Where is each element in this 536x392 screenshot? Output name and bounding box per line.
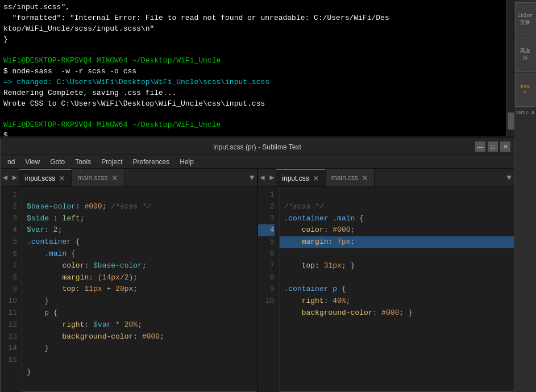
right-pane: ◄ ► input.css ✕ main.css ✕ ▼ 123 4 bbox=[258, 169, 514, 392]
minimize-button[interactable]: — bbox=[475, 141, 485, 152]
right-tab-main-css[interactable]: main.css ✕ bbox=[326, 169, 375, 186]
taskbar-year: 2017.a bbox=[516, 110, 534, 116]
right-tab-nav-right[interactable]: ► bbox=[267, 169, 276, 186]
terminal-output-3: Wrote CSS to C:\Users\WiFi\Desktop\WiFi_… bbox=[3, 99, 511, 110]
terminal-line-1: ss/input.scss", bbox=[3, 2, 511, 13]
terminal-line-5 bbox=[3, 45, 511, 56]
right-tab-nav-left[interactable]: ◄ bbox=[258, 169, 267, 186]
taskbar-strip: Color交换 高血压 Foxr 2017.a bbox=[514, 0, 536, 392]
left-code-area: 12345 678910 1112131415 $base-color: #00… bbox=[1, 187, 257, 392]
taskbar-item-bp[interactable]: 高血压 bbox=[515, 37, 535, 72]
terminal-line-3: ktop/WiFi_Uncle/scss/input.scss\n" bbox=[3, 24, 511, 35]
left-tab-main-scss[interactable]: main.scss ✕ bbox=[72, 169, 124, 186]
sublime-editor: input.scss (pr) - Sublime Text — □ ✕ nd … bbox=[0, 139, 514, 392]
left-code-content[interactable]: $base-color: #000; /*scss */ $side : lef… bbox=[22, 187, 257, 392]
terminal-cmd-1: $ node-sass -w -r scss -o css bbox=[3, 66, 511, 77]
menu-nd[interactable]: nd bbox=[3, 157, 19, 167]
sublime-title: input.scss (pr) - Sublime Text bbox=[5, 143, 509, 151]
left-tab-nav-left[interactable]: ◄ bbox=[1, 169, 10, 186]
terminal-output-1: => changed: C:\Users\WiFi\Desktop\WiFi_U… bbox=[3, 77, 511, 88]
menu-project[interactable]: Project bbox=[97, 157, 127, 167]
terminal: ss/input.scss", "formatted": "Internal E… bbox=[0, 0, 514, 136]
right-tab-bar: ◄ ► input.css ✕ main.css ✕ ▼ bbox=[258, 169, 514, 187]
right-tab-close-input[interactable]: ✕ bbox=[313, 174, 319, 182]
right-tab-input-css[interactable]: input.css ✕ bbox=[276, 169, 325, 186]
close-button[interactable]: ✕ bbox=[500, 141, 510, 152]
maximize-button[interactable]: □ bbox=[488, 141, 498, 152]
terminal-scrollbar-thumb[interactable] bbox=[508, 112, 514, 130]
menu-goto[interactable]: Goto bbox=[45, 157, 69, 167]
left-line-numbers: 12345 678910 1112131415 bbox=[1, 187, 22, 392]
terminal-scrollbar[interactable] bbox=[506, 0, 514, 136]
taskbar-item-fox[interactable]: Foxr bbox=[515, 73, 535, 107]
left-tab-close-main[interactable]: ✕ bbox=[111, 174, 118, 182]
terminal-user-2: WiFi@DESKTOP-RKPSVQ4 MINGW64 ~/Desktop/W… bbox=[3, 120, 221, 129]
terminal-prompt-2: WiFi@DESKTOP-RKPSVQ4 MINGW64 ~/Desktop/W… bbox=[3, 120, 511, 131]
menu-bar: nd View Goto Tools Project Preferences H… bbox=[1, 155, 514, 169]
terminal-blank bbox=[3, 109, 511, 120]
left-tab-close-input[interactable]: ✕ bbox=[59, 174, 65, 182]
window-controls: — □ ✕ bbox=[475, 141, 510, 152]
left-pane: ◄ ► input.scss ✕ main.scss ✕ ▼ 12345 bbox=[1, 169, 258, 392]
terminal-line-4: } bbox=[3, 35, 511, 45]
right-tab-close-main[interactable]: ✕ bbox=[362, 174, 368, 182]
terminal-output-2: Rendering Complete, saving .css file... bbox=[3, 88, 511, 99]
left-tab-input-scss[interactable]: input.scss ✕ bbox=[19, 169, 72, 186]
terminal-line-2: "formatted": "Internal Error: File to re… bbox=[3, 13, 511, 24]
menu-view[interactable]: View bbox=[20, 157, 44, 167]
terminal-user: WiFi@DESKTOP-RKPSVQ4 MINGW64 ~/Desktop/W… bbox=[3, 56, 221, 65]
menu-preferences[interactable]: Preferences bbox=[128, 157, 174, 167]
left-tab-bar: ◄ ► input.scss ✕ main.scss ✕ ▼ bbox=[1, 169, 257, 187]
right-code-content[interactable]: /*scss */ .container .main { color: #000… bbox=[280, 187, 514, 392]
menu-tools[interactable]: Tools bbox=[70, 157, 95, 167]
terminal-prompt-1: WiFi@DESKTOP-RKPSVQ4 MINGW64 ~/Desktop/W… bbox=[3, 56, 511, 66]
sublime-titlebar: input.scss (pr) - Sublime Text — □ ✕ bbox=[1, 139, 514, 155]
left-pane-dropdown[interactable]: ▼ bbox=[250, 173, 254, 182]
right-line-numbers: 123 4 5678910 bbox=[258, 187, 280, 392]
right-code-area: 123 4 5678910 /*scss */ .container .main… bbox=[258, 187, 514, 392]
menu-help[interactable]: Help bbox=[175, 157, 198, 167]
terminal-cmd-2: $ bbox=[3, 131, 511, 136]
right-pane-dropdown[interactable]: ▼ bbox=[507, 173, 512, 182]
taskbar-item-color[interactable]: Color交换 bbox=[515, 2, 535, 36]
editor-area: ◄ ► input.scss ✕ main.scss ✕ ▼ 12345 bbox=[1, 169, 514, 392]
left-tab-nav-right[interactable]: ► bbox=[10, 169, 19, 186]
